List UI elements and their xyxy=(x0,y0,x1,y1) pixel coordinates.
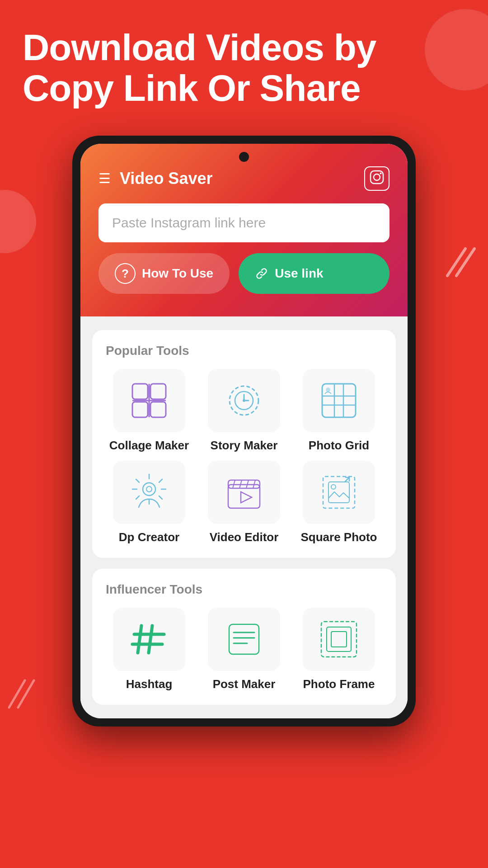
popular-tools-section: Popular Tools xyxy=(92,330,396,558)
dp-creator-icon xyxy=(129,472,169,513)
bg-decoration-circle-left xyxy=(0,190,36,253)
phone-inner-screen: ☰ Video Saver Paste Instagram link here xyxy=(80,144,408,718)
popular-tools-title: Popular Tools xyxy=(106,344,382,358)
hashtag-icon xyxy=(129,619,169,660)
collage-maker-label: Collage Maker xyxy=(109,439,189,453)
svg-rect-10 xyxy=(150,402,166,417)
svg-rect-41 xyxy=(323,476,355,508)
tool-photo-frame[interactable]: Photo Frame xyxy=(296,608,382,691)
influencer-tools-grid: Hashtag xyxy=(106,608,382,691)
svg-line-45 xyxy=(138,626,141,653)
tool-collage-maker[interactable]: Collage Maker xyxy=(106,369,192,453)
app-title: Video Saver xyxy=(120,169,364,188)
svg-point-6 xyxy=(380,173,382,175)
tool-dp-creator[interactable]: Dp Creator xyxy=(106,461,192,544)
tool-hashtag[interactable]: Hashtag xyxy=(106,608,192,691)
tool-photo-grid[interactable]: Photo Grid xyxy=(296,369,382,453)
story-maker-label: Story Maker xyxy=(211,439,278,453)
use-link-button[interactable]: Use link xyxy=(239,253,389,294)
svg-point-25 xyxy=(146,486,152,492)
phone-content: Popular Tools xyxy=(80,316,408,718)
svg-line-30 xyxy=(136,479,139,482)
link-icon xyxy=(255,267,268,280)
slash-lines-left xyxy=(7,678,38,710)
tool-story-maker[interactable]: Story Maker xyxy=(201,369,287,453)
svg-line-32 xyxy=(159,479,162,482)
question-icon: ? xyxy=(115,263,136,284)
photo-grid-label: Photo Grid xyxy=(309,439,369,453)
svg-line-0 xyxy=(447,249,465,276)
dp-creator-label: Dp Creator xyxy=(119,530,179,544)
tool-video-editor[interactable]: Video Editor xyxy=(201,461,287,544)
popular-tools-grid: Collage Maker xyxy=(106,369,382,544)
svg-point-5 xyxy=(374,174,380,180)
post-maker-icon xyxy=(224,619,264,660)
hashtag-label: Hashtag xyxy=(126,677,173,691)
svg-point-24 xyxy=(143,483,155,495)
video-editor-icon-box xyxy=(208,461,280,524)
svg-line-44 xyxy=(345,477,349,482)
photo-frame-icon xyxy=(319,619,359,660)
svg-rect-54 xyxy=(327,627,351,651)
tool-post-maker[interactable]: Post Maker xyxy=(201,608,287,691)
svg-marker-40 xyxy=(241,492,252,503)
svg-rect-49 xyxy=(229,624,259,654)
svg-rect-55 xyxy=(331,632,347,647)
phone-topbar: ☰ Video Saver Paste Instagram link here xyxy=(80,144,408,316)
svg-line-46 xyxy=(149,626,152,653)
collage-maker-icon-box xyxy=(113,369,185,432)
influencer-tools-section: Influencer Tools xyxy=(92,569,396,705)
camera-punch-hole xyxy=(239,152,249,162)
svg-line-31 xyxy=(159,496,162,499)
slash-lines-right xyxy=(443,244,479,280)
svg-rect-9 xyxy=(132,402,148,417)
svg-line-2 xyxy=(9,680,25,708)
photo-frame-label: Photo Frame xyxy=(303,677,375,691)
square-photo-icon-box xyxy=(303,461,375,524)
svg-rect-7 xyxy=(132,384,148,399)
phone-mockup: ☰ Video Saver Paste Instagram link here xyxy=(72,136,416,726)
photo-frame-icon-box xyxy=(303,608,375,671)
phone-outer-frame: ☰ Video Saver Paste Instagram link here xyxy=(72,136,416,726)
how-to-use-button[interactable]: ? How To Use xyxy=(99,253,230,294)
hashtag-icon-box xyxy=(113,608,185,671)
post-maker-label: Post Maker xyxy=(213,677,276,691)
photo-grid-icon xyxy=(319,380,359,421)
svg-rect-8 xyxy=(150,384,166,399)
hero-title: Download Videos by Copy Link Or Share xyxy=(23,27,465,108)
svg-point-23 xyxy=(326,387,330,392)
photo-grid-icon-box xyxy=(303,369,375,432)
story-maker-icon-box xyxy=(208,369,280,432)
story-maker-icon xyxy=(224,380,264,421)
video-editor-icon xyxy=(224,472,264,513)
titlebar: ☰ Video Saver xyxy=(99,166,389,191)
dp-creator-icon-box xyxy=(113,461,185,524)
square-photo-icon xyxy=(319,472,359,513)
tool-square-photo[interactable]: Square Photo xyxy=(296,461,382,544)
svg-point-43 xyxy=(331,485,336,489)
square-photo-label: Square Photo xyxy=(300,530,377,544)
hamburger-menu-icon[interactable]: ☰ xyxy=(99,172,111,185)
search-input[interactable]: Paste Instagram link here xyxy=(99,203,389,242)
collage-maker-icon xyxy=(129,380,169,421)
svg-line-3 xyxy=(18,680,34,708)
svg-line-1 xyxy=(456,249,474,276)
video-editor-label: Video Editor xyxy=(210,530,279,544)
influencer-tools-title: Influencer Tools xyxy=(106,582,382,597)
action-buttons-row: ? How To Use Use link xyxy=(99,253,389,294)
post-maker-icon-box xyxy=(208,608,280,671)
svg-line-33 xyxy=(136,496,139,499)
instagram-icon[interactable] xyxy=(364,166,389,191)
